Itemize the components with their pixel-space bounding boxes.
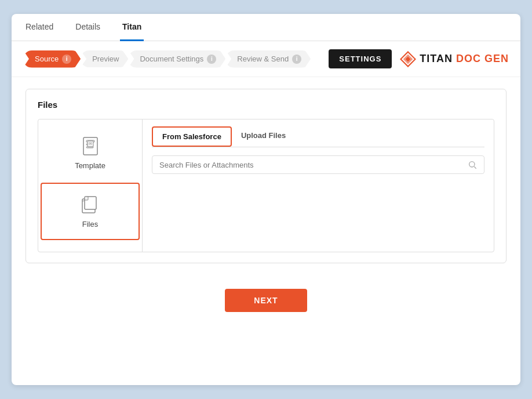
file-tab-salesforce[interactable]: From Salesforce: [152, 126, 232, 147]
tab-related[interactable]: Related: [23, 14, 56, 41]
sidebar-item-files[interactable]: Files: [41, 183, 140, 240]
files-inner: ✉ Template Files: [38, 119, 494, 252]
bottom-bar: NEXT: [12, 275, 520, 326]
svg-rect-11: [85, 197, 88, 200]
svg-text:✉: ✉: [89, 142, 92, 146]
step-doc-settings-info-icon: i: [207, 55, 216, 64]
step-review-send[interactable]: Review & Send i: [225, 50, 311, 68]
file-sidebar: ✉ Template Files: [38, 119, 143, 252]
file-panel: From Salesforce Upload Files: [143, 119, 494, 252]
file-tabs: From Salesforce Upload Files: [152, 126, 484, 147]
settings-button[interactable]: SETTINGS: [329, 49, 392, 68]
step-review-send-label: Review & Send: [237, 55, 289, 63]
sidebar-item-files-label: Files: [82, 220, 98, 228]
titan-logo: TITAN DOC GEN: [400, 51, 509, 67]
top-tabs: Related Details Titan: [12, 14, 520, 41]
stepper-bar: Source i Preview Document Settings i Rev…: [12, 41, 520, 77]
files-icon: [80, 194, 101, 215]
svg-line-13: [474, 166, 476, 168]
main-card: Related Details Titan Source i Preview D…: [12, 14, 520, 385]
svg-point-12: [469, 162, 475, 167]
step-source-label: Source: [35, 55, 59, 63]
step-source[interactable]: Source i: [23, 50, 81, 68]
tab-details[interactable]: Details: [73, 14, 103, 41]
step-source-info-icon: i: [62, 55, 71, 64]
step-doc-settings[interactable]: Document Settings i: [128, 50, 225, 68]
template-icon: ✉: [80, 136, 101, 157]
tab-titan[interactable]: Titan: [120, 14, 144, 41]
content-area: Files ✉ Template: [12, 77, 520, 275]
files-section-title: Files: [38, 100, 494, 110]
step-preview-label: Preview: [92, 55, 119, 63]
step-doc-settings-label: Document Settings: [140, 55, 203, 63]
file-tab-upload[interactable]: Upload Files: [232, 126, 295, 147]
files-section: Files ✉ Template: [25, 89, 507, 263]
sidebar-item-template[interactable]: ✉ Template: [38, 125, 142, 180]
step-review-send-info-icon: i: [292, 55, 301, 64]
titan-logo-text: TITAN DOC GEN: [420, 53, 509, 65]
next-button[interactable]: NEXT: [225, 289, 307, 312]
search-box: [152, 155, 484, 174]
titan-logo-icon: [400, 51, 416, 67]
step-preview[interactable]: Preview: [81, 50, 128, 67]
sidebar-item-template-label: Template: [75, 161, 105, 170]
search-icon: [468, 160, 477, 169]
search-input[interactable]: [159, 161, 463, 169]
